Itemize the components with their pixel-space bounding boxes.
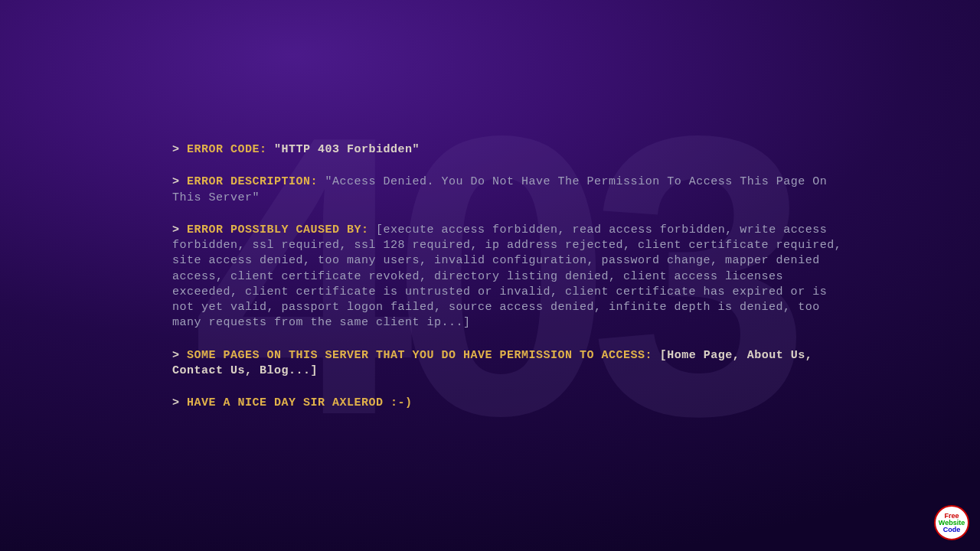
error-code-line: > ERROR CODE: "HTTP 403 Forbidden" <box>172 142 846 158</box>
terminal-block: > ERROR CODE: "HTTP 403 Forbidden" > ERR… <box>172 142 846 411</box>
link-contact-us[interactable]: Contact Us <box>172 364 245 377</box>
label-colon: : <box>311 175 325 188</box>
label-colon: : <box>645 349 660 362</box>
error-code-value: "HTTP 403 Forbidden" <box>274 143 420 156</box>
label-colon: : <box>361 223 376 236</box>
error-causes-value: [execute access forbidden, read access f… <box>172 223 841 330</box>
prompt-symbol: > <box>172 349 187 362</box>
bracket-close: ] <box>311 364 318 377</box>
link-separator: , <box>805 349 813 362</box>
watermark-badge: Free Website Code <box>934 505 969 540</box>
link-blog[interactable]: Blog <box>260 364 289 377</box>
badge-line3: Code <box>943 527 961 533</box>
prompt-symbol: > <box>172 396 187 409</box>
prompt-symbol: > <box>172 143 187 156</box>
link-home-page[interactable]: Home Page <box>667 349 733 362</box>
farewell-label: HAVE A NICE DAY SIR AXLEROD :-) <box>187 396 413 409</box>
link-about-us[interactable]: About Us <box>747 349 805 362</box>
error-causes-label: ERROR POSSIBLY CAUSED BY <box>187 223 361 236</box>
link-separator: , <box>245 364 260 377</box>
error-causes-line: > ERROR POSSIBLY CAUSED BY: [execute acc… <box>172 223 846 331</box>
link-separator: , <box>733 349 747 362</box>
prompt-symbol: > <box>172 223 187 236</box>
farewell-line: > HAVE A NICE DAY SIR AXLEROD :-) <box>172 396 846 411</box>
label-colon: : <box>260 143 274 156</box>
error-code-label: ERROR CODE <box>187 143 260 156</box>
error-description-label: ERROR DESCRIPTION <box>187 175 311 188</box>
error-description-line: > ERROR DESCRIPTION: "Access Denied. You… <box>172 174 846 206</box>
prompt-symbol: > <box>172 175 187 188</box>
allowed-pages-label: SOME PAGES ON THIS SERVER THAT YOU DO HA… <box>187 349 645 362</box>
bracket-open: [ <box>660 349 668 362</box>
links-trailer: ... <box>289 364 311 377</box>
allowed-pages-line: > SOME PAGES ON THIS SERVER THAT YOU DO … <box>172 348 846 380</box>
